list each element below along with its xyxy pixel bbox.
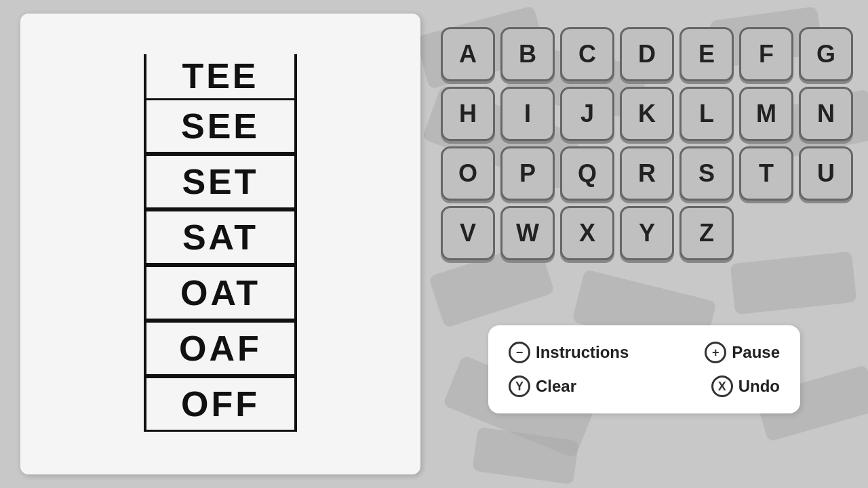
pause-button[interactable]: + Pause (705, 342, 780, 363)
key-Y[interactable]: Y (620, 206, 674, 260)
key-T[interactable]: T (739, 146, 793, 201)
rail-right-top (294, 54, 297, 98)
undo-button[interactable]: X Undo (711, 375, 780, 397)
ladder-rung-5: OFF (144, 376, 297, 432)
rungs-container: SEESETSATOATOAFOFF (144, 98, 297, 432)
instructions-icon: − (509, 342, 530, 363)
undo-icon: X (711, 375, 733, 397)
instructions-label: Instructions (536, 343, 629, 362)
control-row-bottom: Y Clear X Undo (509, 375, 780, 397)
rail-right-0 (294, 98, 297, 154)
clear-button[interactable]: Y Clear (509, 375, 576, 397)
key-O[interactable]: O (441, 146, 495, 201)
ladder-rung-3: OAT (144, 265, 297, 321)
rung-word-0: SEE (146, 98, 294, 154)
undo-label: Undo (738, 377, 780, 396)
keyboard-row-0: ABCDEFG (441, 27, 853, 81)
key-G[interactable]: G (799, 27, 853, 81)
rail-right-3 (294, 265, 297, 321)
ladder-rung-1: SET (144, 154, 297, 209)
keyboard-row-3: VWXYZ (441, 206, 853, 260)
ladder-rung-2: SAT (144, 209, 297, 265)
rail-right-2 (294, 209, 297, 265)
clear-icon: Y (509, 375, 530, 397)
top-word: TEE (182, 56, 258, 96)
key-C[interactable]: C (560, 27, 614, 81)
ladder-container: TEE SEESETSATOATOAFOFF (144, 54, 297, 434)
control-panel: − Instructions + Pause Y Clear X Undo (488, 325, 800, 413)
word-ladder-panel: TEE SEESETSATOATOAFOFF (20, 14, 420, 474)
key-X[interactable]: X (560, 206, 614, 260)
key-P[interactable]: P (500, 146, 555, 201)
keyboard-container: ABCDEFGHIJKLMNOPQRSTUVWXYZ (441, 27, 853, 260)
ladder-rung-4: OAF (144, 321, 297, 376)
key-E[interactable]: E (679, 27, 734, 81)
key-N[interactable]: N (799, 87, 853, 141)
keyboard-row-2: OPQRSTU (441, 146, 853, 201)
key-W[interactable]: W (500, 206, 555, 260)
key-D[interactable]: D (620, 27, 674, 81)
pause-icon: + (705, 342, 726, 363)
key-I[interactable]: I (500, 87, 555, 141)
keyboard-row-1: HIJKLMN (441, 87, 853, 141)
rung-word-5: OFF (146, 376, 294, 432)
keyboard-panel: ABCDEFGHIJKLMNOPQRSTUVWXYZ (441, 27, 853, 266)
pause-label: Pause (732, 343, 780, 362)
rung-word-3: OAT (146, 265, 294, 321)
key-H[interactable]: H (441, 87, 495, 141)
rail-right-4 (294, 321, 297, 376)
clear-label: Clear (536, 377, 576, 396)
key-A[interactable]: A (441, 27, 495, 81)
key-J[interactable]: J (560, 87, 614, 141)
key-K[interactable]: K (620, 87, 674, 141)
ladder-rung-0: SEE (144, 98, 297, 154)
key-F[interactable]: F (739, 27, 793, 81)
instructions-button[interactable]: − Instructions (509, 342, 629, 363)
rung-word-2: SAT (146, 209, 294, 265)
key-U[interactable]: U (799, 146, 853, 201)
key-S[interactable]: S (679, 146, 734, 201)
key-V[interactable]: V (441, 206, 495, 260)
key-R[interactable]: R (620, 146, 674, 201)
key-Z[interactable]: Z (679, 206, 734, 260)
key-L[interactable]: L (679, 87, 734, 141)
rung-word-1: SET (146, 154, 294, 209)
control-row-top: − Instructions + Pause (509, 342, 780, 363)
key-B[interactable]: B (500, 27, 555, 81)
rail-right-1 (294, 154, 297, 209)
rail-right-5 (294, 376, 297, 432)
key-M[interactable]: M (739, 87, 793, 141)
key-Q[interactable]: Q (560, 146, 614, 201)
rung-word-4: OAF (146, 321, 294, 376)
